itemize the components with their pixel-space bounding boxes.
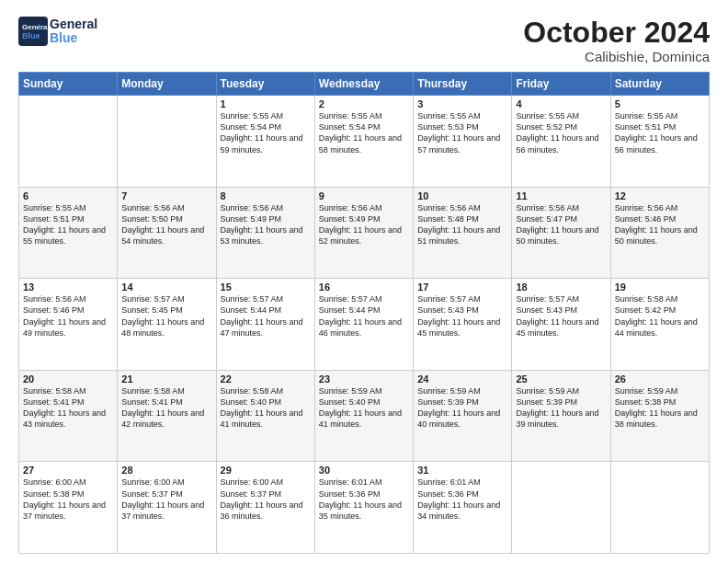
calendar-table: SundayMondayTuesdayWednesdayThursdayFrid…: [18, 72, 710, 554]
day-number: 27: [23, 465, 113, 476]
day-number: 3: [417, 98, 507, 109]
day-info: Sunrise: 5:58 AMSunset: 5:40 PMDaylight:…: [221, 385, 311, 431]
calendar-header-wednesday: Wednesday: [314, 73, 413, 96]
day-number: 29: [221, 465, 311, 476]
day-number: 7: [121, 190, 211, 201]
calendar-cell: 5Sunrise: 5:55 AMSunset: 5:51 PMDaylight…: [610, 96, 709, 188]
day-number: 6: [23, 190, 113, 201]
calendar-cell: 24Sunrise: 5:59 AMSunset: 5:39 PMDayligh…: [414, 370, 512, 462]
day-info: Sunrise: 5:56 AMSunset: 5:47 PMDaylight:…: [516, 202, 606, 247]
calendar-cell: 12Sunrise: 5:56 AMSunset: 5:46 PMDayligh…: [610, 187, 709, 279]
day-info: Sunrise: 6:01 AMSunset: 5:36 PMDaylight:…: [417, 477, 507, 522]
calendar-header-tuesday: Tuesday: [216, 73, 314, 96]
calendar-week-row: 6Sunrise: 5:55 AMSunset: 5:51 PMDaylight…: [19, 187, 710, 279]
logo-icon: General Blue: [18, 17, 48, 46]
day-info: Sunrise: 5:59 AMSunset: 5:39 PMDaylight:…: [516, 385, 606, 431]
day-info: Sunrise: 5:57 AMSunset: 5:44 PMDaylight:…: [319, 293, 409, 339]
day-number: 18: [516, 282, 606, 293]
calendar-header-sunday: Sunday: [19, 73, 118, 96]
day-number: 30: [319, 465, 409, 476]
day-number: 28: [121, 465, 211, 476]
calendar-cell: 6Sunrise: 5:55 AMSunset: 5:51 PMDaylight…: [19, 187, 118, 279]
calendar-cell: [610, 462, 709, 554]
day-number: 10: [417, 190, 507, 201]
day-info: Sunrise: 6:01 AMSunset: 5:36 PMDaylight:…: [319, 477, 409, 522]
logo-text: General Blue: [50, 17, 97, 46]
title-area: October 2024 Calibishie, Dominica: [523, 17, 710, 64]
day-info: Sunrise: 6:00 AMSunset: 5:38 PMDaylight:…: [23, 477, 113, 522]
day-info: Sunrise: 5:57 AMSunset: 5:45 PMDaylight:…: [121, 293, 211, 339]
day-info: Sunrise: 5:56 AMSunset: 5:49 PMDaylight:…: [221, 202, 311, 247]
day-info: Sunrise: 5:59 AMSunset: 5:39 PMDaylight:…: [417, 385, 507, 431]
calendar-header-friday: Friday: [512, 73, 610, 96]
day-number: 4: [516, 98, 606, 109]
calendar-cell: 13Sunrise: 5:56 AMSunset: 5:46 PMDayligh…: [19, 279, 118, 371]
day-info: Sunrise: 5:55 AMSunset: 5:54 PMDaylight:…: [221, 110, 311, 155]
calendar-cell: 22Sunrise: 5:58 AMSunset: 5:40 PMDayligh…: [216, 370, 314, 462]
calendar-cell: 19Sunrise: 5:58 AMSunset: 5:42 PMDayligh…: [610, 279, 709, 371]
day-number: 15: [221, 282, 311, 293]
svg-text:Blue: Blue: [22, 31, 40, 40]
calendar-cell: 28Sunrise: 6:00 AMSunset: 5:37 PMDayligh…: [118, 462, 216, 554]
calendar-cell: 18Sunrise: 5:57 AMSunset: 5:43 PMDayligh…: [512, 279, 610, 371]
day-info: Sunrise: 5:58 AMSunset: 5:42 PMDaylight:…: [615, 293, 705, 339]
day-info: Sunrise: 5:58 AMSunset: 5:41 PMDaylight:…: [23, 385, 113, 431]
day-info: Sunrise: 5:55 AMSunset: 5:51 PMDaylight:…: [615, 110, 705, 155]
day-info: Sunrise: 5:56 AMSunset: 5:48 PMDaylight:…: [417, 202, 507, 247]
calendar-header-saturday: Saturday: [610, 73, 709, 96]
calendar-cell: 1Sunrise: 5:55 AMSunset: 5:54 PMDaylight…: [216, 96, 314, 188]
day-info: Sunrise: 5:56 AMSunset: 5:46 PMDaylight:…: [615, 202, 705, 247]
calendar-week-row: 13Sunrise: 5:56 AMSunset: 5:46 PMDayligh…: [19, 279, 710, 371]
calendar-cell: 2Sunrise: 5:55 AMSunset: 5:54 PMDaylight…: [314, 96, 413, 188]
calendar-cell: 20Sunrise: 5:58 AMSunset: 5:41 PMDayligh…: [19, 370, 118, 462]
day-number: 11: [516, 190, 606, 201]
day-number: 26: [615, 373, 705, 385]
day-number: 13: [23, 282, 113, 293]
calendar-cell: [118, 96, 216, 188]
day-number: 23: [319, 373, 409, 385]
day-info: Sunrise: 5:56 AMSunset: 5:50 PMDaylight:…: [121, 202, 211, 247]
day-info: Sunrise: 6:00 AMSunset: 5:37 PMDaylight:…: [121, 477, 211, 522]
calendar-cell: 29Sunrise: 6:00 AMSunset: 5:37 PMDayligh…: [216, 462, 314, 554]
day-number: 22: [221, 373, 311, 385]
day-info: Sunrise: 5:59 AMSunset: 5:38 PMDaylight:…: [615, 385, 705, 431]
calendar-week-row: 1Sunrise: 5:55 AMSunset: 5:54 PMDaylight…: [19, 96, 710, 188]
calendar-cell: 23Sunrise: 5:59 AMSunset: 5:40 PMDayligh…: [314, 370, 413, 462]
day-info: Sunrise: 5:55 AMSunset: 5:54 PMDaylight:…: [319, 110, 409, 155]
calendar-cell: [512, 462, 610, 554]
day-number: 20: [23, 373, 113, 385]
day-number: 21: [121, 373, 211, 385]
month-title: October 2024: [523, 17, 710, 49]
calendar-cell: 10Sunrise: 5:56 AMSunset: 5:48 PMDayligh…: [414, 187, 512, 279]
day-info: Sunrise: 5:57 AMSunset: 5:43 PMDaylight:…: [417, 293, 507, 339]
calendar-week-row: 20Sunrise: 5:58 AMSunset: 5:41 PMDayligh…: [19, 370, 710, 462]
day-info: Sunrise: 5:56 AMSunset: 5:46 PMDaylight:…: [23, 293, 113, 339]
calendar-cell: 7Sunrise: 5:56 AMSunset: 5:50 PMDaylight…: [118, 187, 216, 279]
day-number: 9: [319, 190, 409, 201]
day-number: 19: [615, 282, 705, 293]
day-number: 14: [121, 282, 211, 293]
day-info: Sunrise: 5:59 AMSunset: 5:40 PMDaylight:…: [319, 385, 409, 431]
day-number: 12: [615, 190, 705, 201]
calendar-cell: [19, 96, 118, 188]
svg-text:General: General: [22, 23, 48, 31]
day-number: 31: [417, 465, 507, 476]
day-number: 5: [615, 98, 705, 109]
day-info: Sunrise: 5:55 AMSunset: 5:53 PMDaylight:…: [417, 110, 507, 155]
day-info: Sunrise: 5:57 AMSunset: 5:44 PMDaylight:…: [221, 293, 311, 339]
day-number: 16: [319, 282, 409, 293]
day-number: 1: [221, 98, 311, 109]
day-info: Sunrise: 5:57 AMSunset: 5:43 PMDaylight:…: [516, 293, 606, 339]
calendar-cell: 16Sunrise: 5:57 AMSunset: 5:44 PMDayligh…: [314, 279, 413, 371]
day-info: Sunrise: 5:55 AMSunset: 5:52 PMDaylight:…: [516, 110, 606, 155]
day-info: Sunrise: 6:00 AMSunset: 5:37 PMDaylight:…: [221, 477, 311, 522]
day-info: Sunrise: 5:56 AMSunset: 5:49 PMDaylight:…: [319, 202, 409, 247]
calendar-cell: 9Sunrise: 5:56 AMSunset: 5:49 PMDaylight…: [314, 187, 413, 279]
calendar-cell: 3Sunrise: 5:55 AMSunset: 5:53 PMDaylight…: [414, 96, 512, 188]
day-info: Sunrise: 5:55 AMSunset: 5:51 PMDaylight:…: [23, 202, 113, 247]
calendar-cell: 8Sunrise: 5:56 AMSunset: 5:49 PMDaylight…: [216, 187, 314, 279]
day-number: 25: [516, 373, 606, 385]
day-number: 2: [319, 98, 409, 109]
calendar-cell: 4Sunrise: 5:55 AMSunset: 5:52 PMDaylight…: [512, 96, 610, 188]
location-subtitle: Calibishie, Dominica: [523, 49, 710, 64]
